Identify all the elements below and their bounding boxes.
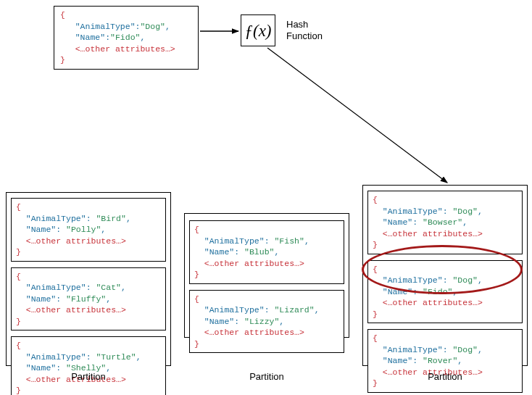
record: { "AnimalType": "Cat", "Name": "Fluffy",…: [11, 267, 166, 331]
partition-2: { "AnimalType": "Fish", "Name": "Blub", …: [184, 213, 349, 338]
record: { "AnimalType": "Dog", "Name": "Rover", …: [367, 329, 523, 393]
svg-line-1: [267, 48, 447, 183]
partition-3-label: Partition: [416, 371, 474, 382]
val-name: "Fido": [110, 33, 140, 42]
val-animaltype: "Dog": [140, 22, 165, 31]
hash-function-label: Hash Function: [286, 19, 323, 43]
partition-3: { "AnimalType": "Dog", "Name": "Bowser",…: [362, 185, 528, 366]
hash-function-symbol: ƒ(x): [244, 22, 271, 40]
key-animaltype: "AnimalType": [75, 22, 136, 31]
key-name: "Name": [75, 33, 105, 42]
input-record: { "AnimalType":"Dog", "Name":"Fido", <…o…: [54, 6, 199, 70]
partition-1: { "AnimalType": "Bird", "Name": "Polly",…: [6, 192, 171, 366]
hash-label-line1: Hash: [286, 19, 323, 30]
other-attrs: <…other attributes…>: [75, 44, 175, 54]
arrow-hash-to-partition3: [265, 45, 460, 190]
record: { "AnimalType": "Turtle", "Name": "Shell…: [11, 336, 166, 395]
record-highlighted: { "AnimalType": "Dog", "Name": "Fido", <…: [367, 260, 523, 324]
partition-2-label: Partition: [238, 371, 296, 382]
record: { "AnimalType": "Lizard", "Name": "Lizzy…: [189, 290, 344, 354]
hash-function-box: ƒ(x): [241, 14, 275, 46]
partition-1-label: Partition: [59, 371, 117, 382]
record: { "AnimalType": "Bird", "Name": "Polly",…: [11, 198, 166, 262]
hash-label-line2: Function: [286, 30, 323, 42]
record: { "AnimalType": "Dog", "Name": "Bowser",…: [367, 191, 523, 254]
arrow-input-to-hash: [199, 25, 242, 39]
record: { "AnimalType": "Fish", "Name": "Blub", …: [189, 220, 344, 284]
